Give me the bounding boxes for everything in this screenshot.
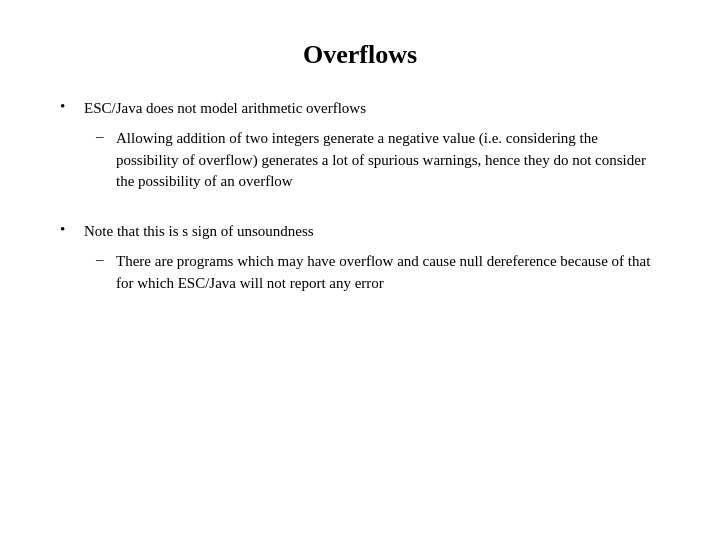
page: Overflows • ESC/Java does not model arit… [0, 0, 720, 540]
content-area: • ESC/Java does not model arithmetic ove… [60, 98, 660, 312]
bullet-text-1: ESC/Java does not model arithmetic overf… [84, 98, 366, 120]
bullet-item-2: • Note that this is s sign of unsoundnes… [60, 221, 660, 243]
bullet-item-1: • ESC/Java does not model arithmetic ove… [60, 98, 660, 120]
sub-bullet-text-1-0: Allowing addition of two integers genera… [116, 128, 660, 193]
page-title: Overflows [60, 40, 660, 70]
sub-bullet-text-2-0: There are programs which may have overfl… [116, 251, 660, 295]
bullet-dot-2: • [60, 221, 84, 238]
sub-bullet-item-1-0: – Allowing addition of two integers gene… [96, 128, 660, 193]
bullet-section-2: • Note that this is s sign of unsoundnes… [60, 221, 660, 294]
bullet-dot-1: • [60, 98, 84, 115]
sub-bullet-section-2: – There are programs which may have over… [96, 251, 660, 295]
sub-bullet-section-1: – Allowing addition of two integers gene… [96, 128, 660, 193]
sub-bullet-dash-1-0: – [96, 128, 116, 145]
bullet-text-2: Note that this is s sign of unsoundness [84, 221, 314, 243]
sub-bullet-dash-2-0: – [96, 251, 116, 268]
sub-bullet-item-2-0: – There are programs which may have over… [96, 251, 660, 295]
bullet-section-1: • ESC/Java does not model arithmetic ove… [60, 98, 660, 193]
